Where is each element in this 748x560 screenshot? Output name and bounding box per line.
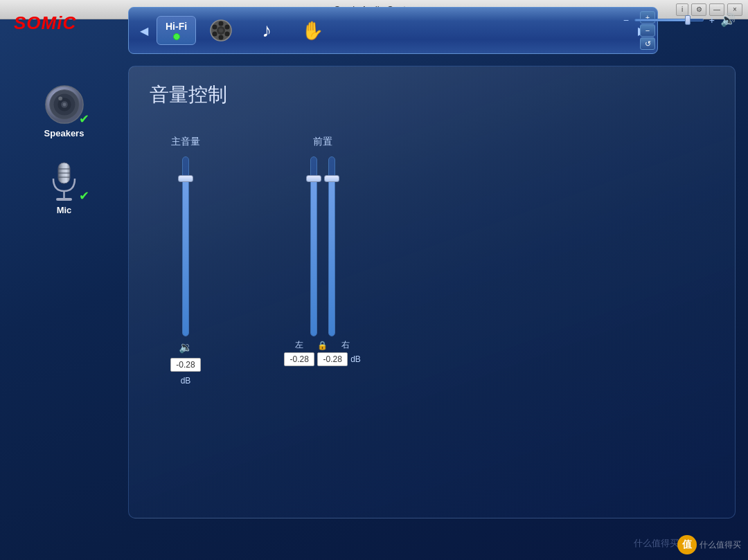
front-right-value: -0.28 [317,352,348,366]
speakers-check-icon: ✔ [79,111,89,127]
watermark-logo: 值 什么值得买 [677,535,741,554]
somic-logo: SOMiC [14,12,76,34]
master-sliders: 🔉 -0.28 dB [170,156,201,386]
volume-minus-btn[interactable]: − [623,15,629,26]
content-panel: 音量控制 主音量 🔉 -0.28 dB 前置 [128,66,736,518]
toolbar-item-movie[interactable] [200,14,242,47]
watermark-text: 什么值得买 [634,537,679,550]
device-item-speakers[interactable]: Speakers ✔ [39,80,89,143]
volume-slider-thumb[interactable] [685,15,691,25]
panel-title: 音量控制 [129,66,735,115]
svg-point-6 [213,32,217,37]
toolbar-item-hifi[interactable]: Hi-Fi [157,16,196,45]
master-fader-col: 🔉 -0.28 dB [170,156,201,386]
front-right-thumb[interactable] [324,175,339,182]
toolbar-nav-left[interactable]: ◀ [136,22,152,39]
svg-point-5 [225,25,230,30]
hand-symbol: ✋ [301,20,323,42]
svg-rect-21 [56,198,72,201]
master-label: 主音量 [171,136,200,148]
svg-point-15 [58,96,62,100]
master-unit: dB [181,376,191,386]
volume-plus-btn[interactable]: + [709,15,715,26]
hifi-label: Hi-Fi [166,21,187,32]
lock-icon: 🔒 [317,341,328,350]
toolbar-items: Hi-Fi ♪ [152,14,634,47]
fader-group-front: 前置 左 � [284,136,361,366]
volume-speaker-icon: 🔊 [720,12,736,28]
master-fader-thumb[interactable] [178,175,193,182]
front-labels-row: 左 🔒 右 [284,339,361,351]
volume-control: − + 🔊 [623,12,736,28]
mic-check-icon: ✔ [79,188,89,204]
speakers-label: Speakers [44,128,84,138]
front-left-value: -0.28 [284,352,314,366]
toolbar: ◀ Hi-Fi [128,7,658,54]
front-left-label: 左 [284,339,314,351]
hifi-active-dot [173,33,180,40]
front-left-thumb[interactable] [306,175,321,182]
watermark-logo-name: 什么值得买 [700,539,741,551]
toolbar-item-music[interactable]: ♪ [246,14,287,47]
volume-slider-fill [635,19,686,21]
front-unit: dB [350,354,361,364]
mic-svg [45,159,83,204]
watermark-logo-icon: 值 [677,535,697,554]
hifi-wrapper: Hi-Fi [166,21,187,40]
front-sliders [310,156,335,336]
svg-point-14 [62,103,66,107]
device-item-mic[interactable]: Mic ✔ [39,156,89,219]
hand-icon: ✋ [300,18,325,43]
svg-point-3 [219,35,224,40]
front-left-fader[interactable] [310,156,317,336]
svg-point-8 [219,28,223,33]
mic-label: Mic [57,205,72,215]
front-left-col [310,156,317,336]
master-fader-icon: 🔉 [179,341,193,354]
toolbar-refresh-btn[interactable]: ↺ [640,37,655,50]
sidebar: Speakers ✔ [7,66,121,518]
svg-point-7 [225,32,230,37]
note-symbol: ♪ [262,19,271,42]
volume-slider[interactable] [634,19,704,21]
front-right-label: 右 [330,339,361,351]
front-values-row: -0.28 -0.28 dB [284,352,361,366]
front-label: 前置 [313,136,332,148]
front-left-fill [311,181,317,336]
faders-area: 主音量 🔉 -0.28 dB 前置 [129,122,735,399]
fader-group-master: 主音量 🔉 -0.28 dB [170,136,201,386]
svg-point-4 [213,25,217,30]
toolbar-item-hand[interactable]: ✋ [292,14,333,47]
reel-svg [209,19,233,42]
front-right-fill [329,181,335,336]
front-right-col [328,156,335,336]
movie-icon [208,18,233,43]
svg-point-2 [219,21,224,26]
front-right-fader[interactable] [328,156,335,336]
music-icon: ♪ [254,18,279,43]
logo-text: SOMiC [14,12,76,33]
master-fader-fill [183,181,188,336]
master-value-box: -0.28 [170,358,201,372]
master-fader-track[interactable] [182,156,189,336]
